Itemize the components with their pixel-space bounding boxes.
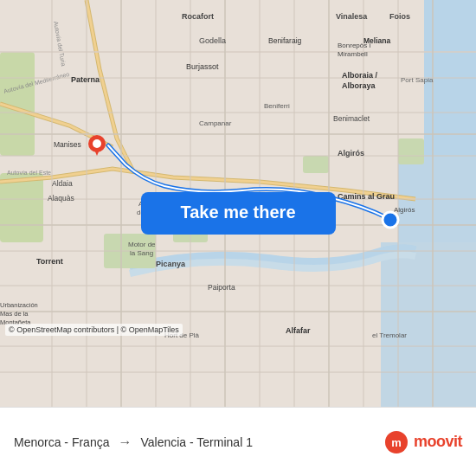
svg-rect-8 bbox=[303, 156, 329, 173]
svg-text:Autovía del Este: Autovía del Este bbox=[7, 170, 51, 176]
svg-text:Campanar: Campanar bbox=[199, 119, 232, 127]
svg-text:Manises: Manises bbox=[54, 140, 81, 149]
svg-text:Mas de la: Mas de la bbox=[0, 310, 29, 318]
svg-text:Vinalesa: Vinalesa bbox=[336, 12, 368, 21]
svg-text:Bonrepòs i: Bonrepòs i bbox=[338, 42, 370, 49]
map-attribution: © OpenStreetMap contributors | © OpenMap… bbox=[5, 324, 183, 336]
to-label: Valencia - Terminal 1 bbox=[140, 435, 252, 449]
svg-text:Algirós: Algirós bbox=[338, 149, 364, 158]
svg-text:Paterna: Paterna bbox=[71, 75, 100, 84]
svg-text:Picanya: Picanya bbox=[156, 260, 186, 268]
svg-text:Take me there: Take me there bbox=[180, 203, 295, 222]
bottom-bar: Menorca - França → Valencia - Terminal 1… bbox=[0, 407, 476, 476]
map-container: Autovía del Mediterráneo Autovía del Tur… bbox=[0, 0, 476, 407]
svg-text:Burjassot: Burjassot bbox=[186, 62, 219, 71]
svg-text:Algirós: Algirós bbox=[394, 206, 415, 214]
svg-text:Benimaclet: Benimaclet bbox=[333, 114, 370, 123]
svg-text:Alboraia /: Alboraia / bbox=[342, 71, 378, 80]
moovit-logo: m moovit bbox=[384, 430, 462, 454]
svg-text:Mirambell: Mirambell bbox=[338, 50, 368, 58]
svg-rect-5 bbox=[0, 173, 43, 242]
svg-point-77 bbox=[383, 212, 398, 228]
svg-text:Camins al Grau: Camins al Grau bbox=[338, 192, 395, 201]
svg-text:Paiporta: Paiporta bbox=[208, 283, 235, 292]
svg-text:la Sang: la Sang bbox=[130, 249, 153, 257]
from-label: Menorca - França bbox=[14, 435, 109, 449]
attribution-text: © OpenStreetMap contributors | © OpenMap… bbox=[9, 325, 179, 334]
svg-text:Beniferri: Beniferri bbox=[264, 102, 290, 110]
route-arrow-icon: → bbox=[118, 434, 132, 450]
svg-text:Torrent: Torrent bbox=[36, 257, 63, 266]
svg-text:Rocafort: Rocafort bbox=[182, 12, 214, 21]
svg-point-76 bbox=[93, 139, 101, 148]
svg-text:Motor de: Motor de bbox=[128, 241, 156, 248]
svg-text:Urbanización: Urbanización bbox=[0, 301, 38, 309]
moovit-icon: m bbox=[384, 430, 408, 454]
svg-text:Godella: Godella bbox=[199, 36, 226, 45]
moovit-text: moovit bbox=[414, 433, 462, 451]
svg-text:Alboraya: Alboraya bbox=[342, 81, 376, 90]
svg-text:el Tremolar: el Tremolar bbox=[372, 331, 407, 339]
svg-text:Alfafar: Alfafar bbox=[286, 326, 311, 335]
svg-text:Foios: Foios bbox=[389, 12, 410, 21]
route-info: Menorca - França → Valencia - Terminal 1 bbox=[14, 434, 384, 450]
svg-rect-3 bbox=[381, 242, 476, 407]
svg-text:Benifaraig: Benifaraig bbox=[268, 36, 302, 45]
svg-text:Aldaia: Aldaia bbox=[52, 179, 73, 188]
svg-rect-9 bbox=[398, 138, 424, 164]
svg-text:Alaquàs: Alaquàs bbox=[48, 194, 74, 203]
svg-text:Port Sapia: Port Sapia bbox=[401, 76, 434, 84]
svg-text:m: m bbox=[391, 436, 402, 449]
